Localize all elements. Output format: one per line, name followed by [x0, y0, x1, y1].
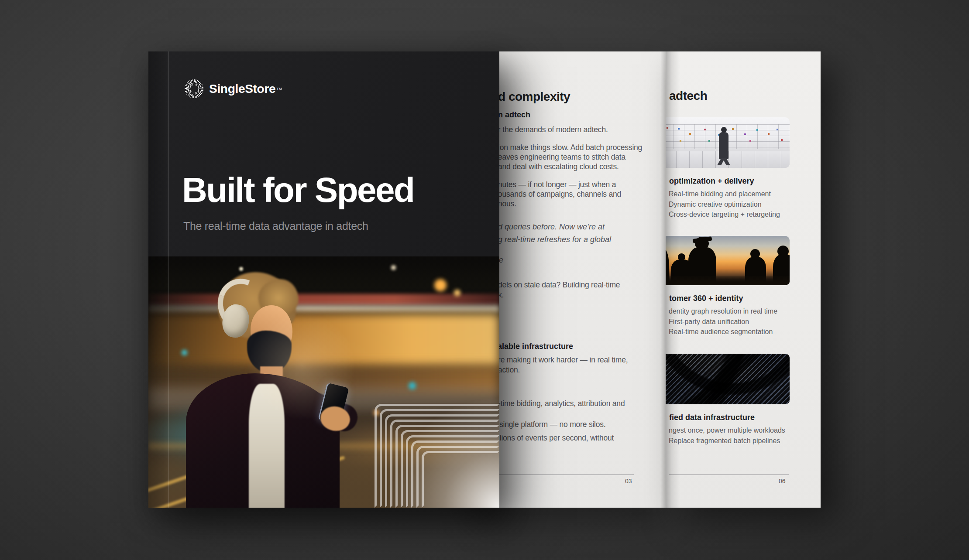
section-item: Dynamic creative optimization [669, 199, 780, 210]
body-line: single platform — no more silos. [499, 420, 606, 429]
section-caption: fied data infrastructure [669, 413, 755, 422]
footer-divider [669, 475, 789, 475]
quote-line: d queries before. Now we’re at [498, 222, 605, 232]
body-line: nutes — if not longer — just when a [498, 180, 616, 189]
wave-shadows [666, 354, 790, 404]
cover-title: Built for Speed [182, 170, 414, 210]
middle-page-subheading-2: alable infrastructure [498, 342, 573, 351]
section-item-list: ngest once, power multiple workloads Rep… [669, 425, 785, 446]
brochure-mockup-scene: { "cover": { "logo": { "text": "SingleSt… [0, 0, 969, 560]
cover-photo [148, 256, 499, 508]
quote-fragment: e [499, 256, 503, 265]
body-line: and deal with escalating cloud costs. [498, 162, 619, 171]
right-page: adtech optimization + delivery Real-time… [666, 51, 821, 508]
section-item: First-party data unification [669, 317, 777, 327]
trademark-mark: TM [276, 87, 282, 91]
sunset-silhouettes-photo [666, 236, 790, 285]
body-line: ousands of campaigns, channels and [498, 190, 621, 199]
middle-page: d complexity n adtech r the demands of m… [475, 51, 666, 508]
section-item-list: dentity graph resolution in real time Fi… [669, 306, 777, 337]
quote-line: g real-time refreshes for a global [498, 235, 611, 244]
section-item: Real-time audience segmentation [669, 327, 777, 337]
nested-corner-motif [372, 402, 499, 508]
body-line: re making it work harder — in real time, [498, 355, 628, 365]
brand-name: SingleStore [209, 82, 275, 96]
body-line: nous. [498, 199, 516, 208]
sunset-foreground [666, 276, 790, 285]
body-line: llions of events per second, without [498, 434, 614, 443]
middle-page-heading: d complexity [498, 90, 570, 104]
singlestore-starburst-icon [184, 79, 204, 99]
body-line: r the demands of modern adtech. [498, 125, 608, 134]
phone-screen-glow [238, 307, 365, 425]
cover-subtitle: The real-time data advantage in adtech [183, 220, 368, 232]
corner-glow [364, 396, 499, 508]
body-line: dels on stale data? Building real-time [498, 280, 620, 290]
section-item-list: Real-time bidding and placement Dynamic … [669, 189, 780, 220]
retail-store-photo [666, 117, 790, 168]
section-item: Cross-device targeting + retargeting [669, 209, 780, 220]
page-number: 03 [625, 478, 632, 485]
section-item: ngest once, power multiple workloads [669, 425, 785, 436]
middle-page-subheading: n adtech [498, 110, 530, 120]
right-page-heading: adtech [669, 89, 707, 103]
dark-abstract-photo [666, 354, 790, 404]
cover-page: SingleStoreTM Built for Speed The real-t… [148, 51, 499, 508]
body-line: eaves engineering teams to stitch data [498, 153, 625, 162]
section-caption: optimization + delivery [669, 177, 754, 186]
section-item: dentity graph resolution in real time [669, 306, 777, 317]
singlestore-brand: SingleStoreTM [184, 79, 282, 99]
body-line: action. [498, 365, 520, 375]
walking-person-silhouette [719, 132, 728, 159]
body-line: -time bidding, analytics, attribution an… [498, 399, 625, 408]
section-caption: tomer 360 + identity [669, 294, 743, 303]
section-item: Replace fragmented batch pipelines [669, 436, 785, 446]
product-dots [667, 127, 668, 129]
page-number: 06 [779, 478, 786, 485]
section-item: Real-time bidding and placement [669, 189, 780, 199]
brand-wordmark: SingleStoreTM [209, 82, 282, 96]
body-line: ion make things slow. Add batch processi… [498, 143, 642, 152]
footer-divider [499, 475, 634, 475]
